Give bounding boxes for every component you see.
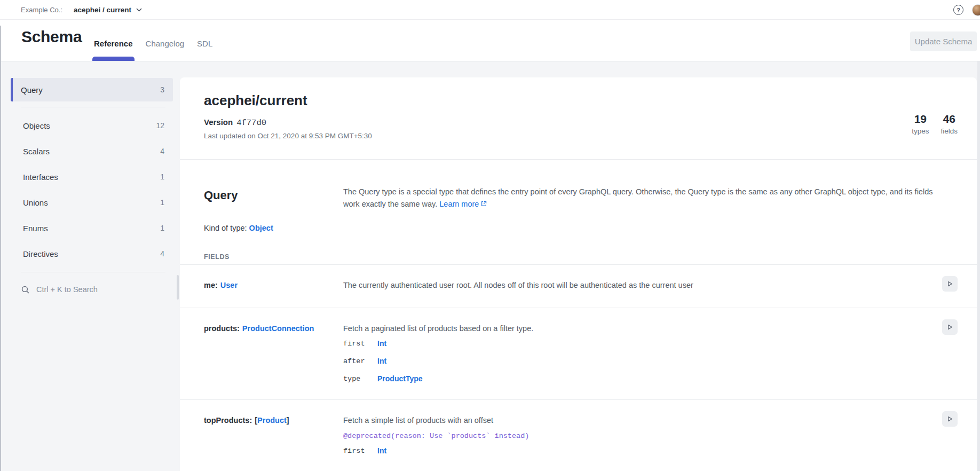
tab-changelog[interactable]: Changelog [146,20,185,61]
page-header: Schema ReferenceChangelogSDL Update Sche… [0,20,980,61]
field-name: me:User [204,280,343,292]
kind-of-type-line: Kind of type:Object [204,224,958,233]
sidebar-item-label: Enums [23,224,48,233]
argument-type-link[interactable]: Int [377,357,386,366]
stat-fields: 46fields [941,113,958,135]
sidebar-item-count: 3 [160,85,164,94]
sidebar-item-count: 12 [156,121,164,130]
graph-selector-label: acephei / current [74,6,131,14]
search-icon [21,285,30,294]
field-name: topProducts:[Product] [204,415,343,464]
field-description: Fetch a simple list of products with an … [343,415,923,426]
argument-type-link[interactable]: Int [377,339,386,348]
stat-value: 46 [941,113,958,125]
sidebar-item-label: Query [21,85,43,95]
stat-types: 19types [912,113,929,135]
left-scrollbar-thumb[interactable] [0,26,1,471]
graph-selector-dropdown[interactable]: acephei / current [74,6,142,14]
sidebar-item-count: 1 [160,172,164,181]
field-description: Fetch a paginated list of products based… [343,323,923,334]
version-value: 4f77d0 [236,118,266,128]
run-query-button[interactable] [942,276,958,292]
sidebar-item-label: Interfaces [23,172,58,182]
field-row: topProducts:[Product]Fetch a simple list… [180,399,977,471]
field-row: me:UserThe currently authenticated user … [180,264,977,308]
type-description-text: The Query type is a special type that de… [343,187,932,208]
fields-heading: FIELDS [204,253,958,261]
field-details: Fetch a simple list of products with an … [343,415,923,464]
last-updated: Last updated on Oct 21, 2020 at 9:53 PM … [204,131,958,140]
argument-name: first [343,339,377,348]
sidebar-item-count: 4 [160,249,164,258]
argument-name: type [343,374,377,383]
field-type-link[interactable]: Product [257,416,287,425]
topbar-right: ? [953,0,980,20]
update-schema-button[interactable]: Update Schema [910,32,977,51]
field-details: The currently authenticated user root. A… [343,280,923,292]
fields-list: me:UserThe currently authenticated user … [180,264,977,471]
top-bar: Example Co.: acephei / current ? [0,0,980,20]
run-query-button[interactable] [942,319,958,335]
sidebar-divider [21,107,165,107]
sidebar-item-query[interactable]: Query3 [11,78,173,101]
sidebar-item-label: Objects [23,121,50,130]
sidebar-item-interfaces[interactable]: Interfaces1 [11,164,173,190]
kind-value-link[interactable]: Object [249,224,273,232]
sidebar-item-scalars[interactable]: Scalars4 [11,138,173,164]
field-name-text: topProducts: [204,416,252,425]
search-button[interactable]: Ctrl + K to Search [11,278,173,301]
sidebar-scrollbar-thumb[interactable] [177,275,179,300]
sidebar-item-directives[interactable]: Directives4 [11,241,173,266]
stat-label: types [912,127,929,135]
field-name: products:ProductConnection [204,323,343,392]
org-label: Example Co.: [21,6,62,14]
field-deprecated-directive: @deprecated(reason: Use `products` inste… [343,431,923,441]
page-title: Schema [21,28,82,46]
sidebar-item-label: Scalars [23,147,50,156]
stat-label: fields [941,127,958,135]
argument-row: typeProductType [343,374,923,392]
chevron-down-icon [136,8,142,12]
search-shortcut-label: Ctrl + K to Search [36,285,98,294]
field-details: Fetch a paginated list of products based… [343,323,923,392]
field-action [923,323,958,392]
sidebar: Query3Objects12Scalars4Interfaces1Unions… [11,78,173,301]
sidebar-item-count: 1 [160,198,164,207]
sidebar-divider [21,272,165,272]
type-name: Query [204,189,343,210]
version-label: Version [204,117,233,127]
argument-row: firstInt [343,446,923,464]
sidebar-item-enums[interactable]: Enums1 [11,215,173,241]
avatar[interactable] [972,4,980,16]
sidebar-item-unions[interactable]: Unions1 [11,190,173,215]
sidebar-item-label: Directives [23,249,58,258]
argument-type-link[interactable]: ProductType [377,374,423,383]
sidebar-item-objects[interactable]: Objects12 [11,113,173,138]
field-type-link[interactable]: ProductConnection [242,324,314,333]
help-icon[interactable]: ? [953,5,963,15]
type-section-header: Query The Query type is a special type t… [204,160,958,210]
tab-reference[interactable]: Reference [94,20,133,61]
type-description: The Query type is a special type that de… [343,186,933,210]
learn-more-link[interactable]: Learn more [439,200,487,208]
play-icon [946,280,953,287]
run-query-button[interactable] [942,411,958,427]
argument-row: afterInt [343,357,923,374]
tabs: ReferenceChangelogSDL [94,20,212,61]
argument-name: after [343,357,377,366]
stats: 19types46fields [912,113,958,135]
play-icon [946,415,953,422]
version-line: Version4f77d0 [204,117,958,128]
argument-type-link[interactable]: Int [377,446,386,456]
page-scrollbar-track [977,61,980,471]
field-name-text: products: [204,324,240,333]
argument-name: first [343,446,377,456]
graph-title: acephei/current [204,91,958,109]
schema-card: acephei/current Version4f77d0 Last updat… [180,77,977,471]
field-type-link[interactable]: User [220,281,238,289]
play-icon [946,324,953,331]
tab-sdl[interactable]: SDL [197,20,212,61]
sidebar-nav: Query3Objects12Scalars4Interfaces1Unions… [11,78,173,272]
field-name-text: me: [204,281,218,289]
field-action [923,280,958,292]
